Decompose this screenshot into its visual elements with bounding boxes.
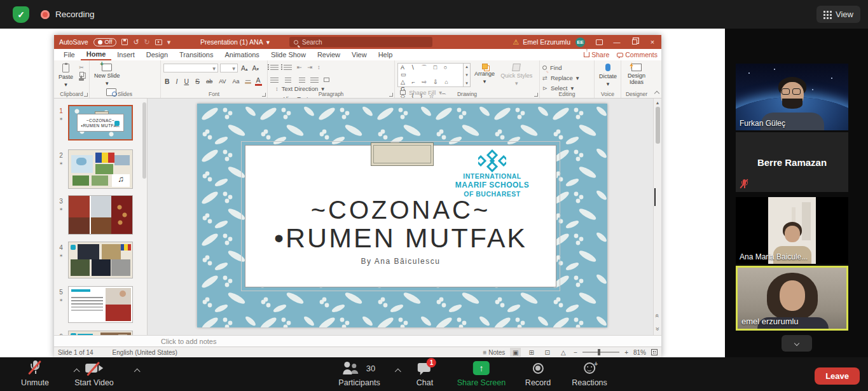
fit-to-window-icon[interactable] (651, 349, 658, 355)
slide-scrollbar[interactable]: ▴ « « (653, 99, 661, 335)
next-slide-button[interactable]: « (654, 327, 661, 331)
ppt-titlebar[interactable]: AutoSave Off ↺ ↻ ▾ Presentation (1) ANA … (54, 35, 661, 49)
leave-button[interactable]: Leave (815, 367, 860, 385)
start-presentation-icon[interactable] (155, 39, 162, 45)
character-spacing-button[interactable]: AV (217, 78, 227, 85)
slide-title-line1[interactable]: ~COZONAC~ (245, 196, 556, 223)
replace-button[interactable]: ⇄Replace▾ (542, 74, 591, 82)
increase-indent-button[interactable]: ⇥ (307, 64, 312, 71)
account-avatar[interactable]: EE (575, 38, 585, 47)
tab-animations[interactable]: Animations (219, 49, 265, 60)
previous-slide-button[interactable]: « (654, 314, 661, 318)
slide-byline[interactable]: By Ana Băiculescu (245, 257, 556, 266)
paste-button[interactable]: Paste▾ (57, 63, 75, 89)
reactions-button[interactable]: + Reactions (572, 360, 607, 387)
align-center-button[interactable] (284, 77, 292, 83)
numbering-button[interactable] (284, 64, 292, 71)
panel-splitter[interactable] (654, 188, 656, 206)
collapse-ribbon-button[interactable] (652, 60, 661, 98)
italic-button[interactable]: I (175, 78, 179, 85)
line-spacing-button[interactable]: ↕ (317, 64, 320, 71)
paragraph-dialog-launcher[interactable] (389, 93, 393, 97)
slide-thumbnail[interactable] (68, 242, 133, 278)
highlight-color-button[interactable] (245, 82, 251, 84)
ribbon-display-options-button[interactable] (590, 35, 608, 49)
tab-home[interactable]: Home (81, 49, 112, 60)
slide-thumbnail[interactable]: ~Tarif~ (68, 331, 133, 335)
quick-styles-button[interactable]: Quick Styles▾ (499, 63, 534, 88)
zoom-out-button[interactable]: − (574, 349, 577, 356)
font-name-select[interactable]: ▾ (163, 64, 218, 72)
strikethrough-button[interactable]: S (194, 78, 201, 85)
slide-thumbnail[interactable]: ~COZONAC~ •RUMEN MUTFAK (68, 105, 133, 141)
slide-thumbnail[interactable] (68, 195, 133, 235)
collapse-videos-button[interactable] (782, 335, 812, 352)
title-card[interactable]: INTERNATIONAL MAARIF SCHOOLS OF BUCHARES… (245, 145, 556, 287)
view-button[interactable]: View (816, 6, 860, 23)
format-painter-icon[interactable] (79, 78, 84, 81)
start-video-button[interactable]: Start Video (74, 360, 114, 387)
slideshow-view-button[interactable]: △ (558, 348, 568, 357)
tab-insert[interactable]: Insert (111, 49, 141, 60)
search-box[interactable] (289, 37, 432, 47)
thumbnails-scrollbar[interactable] (142, 102, 146, 179)
tab-transitions[interactable]: Transitions (174, 49, 219, 60)
slide-thumbnail[interactable] (68, 286, 133, 323)
text-shadow-button[interactable]: ab (205, 78, 214, 85)
current-slide[interactable]: INTERNATIONAL MAARIF SCHOOLS OF BUCHARES… (197, 104, 607, 327)
tab-design[interactable]: Design (141, 49, 174, 60)
normal-view-button[interactable]: ▣ (510, 348, 521, 357)
share-button[interactable]: Share (584, 51, 609, 58)
align-right-button[interactable] (297, 77, 305, 83)
chat-button[interactable]: 1 Chat (417, 360, 433, 387)
unmute-button[interactable]: Unmute (21, 360, 49, 387)
video-tile-furkan[interactable]: Furkan Güleç (736, 64, 848, 130)
reading-view-button[interactable]: ⊡ (542, 348, 553, 357)
cut-icon[interactable]: ✂ (79, 64, 84, 71)
decrease-indent-button[interactable]: ⇤ (297, 64, 302, 71)
video-tile-ana[interactable]: Ana Maria Baicule... (736, 197, 848, 264)
restore-button[interactable] (626, 35, 644, 49)
font-dialog-launcher[interactable] (262, 93, 266, 97)
zoom-slider[interactable] (582, 352, 619, 353)
grow-font-button[interactable]: A▴ (240, 64, 249, 72)
align-left-button[interactable] (270, 77, 279, 83)
close-button[interactable]: × (644, 35, 661, 49)
notes-toggle-button[interactable]: ≡ Notes (483, 349, 506, 356)
slide-title-line2[interactable]: •RUMEN MUTFAK (245, 223, 556, 253)
video-tile-emel-active-speaker[interactable]: emel erzurumlu (736, 266, 848, 331)
shapes-gallery-scroll[interactable]: ▴ ▾ ▾ (464, 63, 471, 87)
shapes-gallery[interactable]: A ∖ ⌒ □ ○ ▭ △ ⌐ ⇨ ⇩ ⌂ G ◇ { } ☆ ⌒ (397, 63, 464, 87)
qat-customize-icon[interactable]: ▾ (167, 39, 171, 46)
tab-view[interactable]: View (346, 49, 373, 60)
columns-button[interactable] (324, 78, 329, 82)
justify-button[interactable] (310, 77, 319, 83)
tab-file[interactable]: File (58, 49, 81, 60)
scrollbar-thumb[interactable] (656, 107, 660, 144)
tab-review[interactable]: Review (312, 49, 346, 60)
comments-button[interactable]: Comments (617, 51, 658, 58)
zoom-in-button[interactable]: + (624, 349, 628, 356)
change-case-button[interactable]: Aa (231, 78, 240, 85)
share-screen-button[interactable]: ↑ Share Screen (457, 360, 506, 387)
scroll-up-icon[interactable]: ▴ (656, 100, 659, 106)
search-input[interactable] (302, 39, 397, 46)
participants-button[interactable]: 30 Participants (338, 360, 380, 387)
redo-icon[interactable]: ↻ (144, 39, 150, 46)
slide-thumbnail[interactable]: ♫ (68, 149, 133, 189)
notes-area[interactable]: Click to add notes (54, 335, 661, 346)
design-ideas-button[interactable]: Design Ideas (624, 63, 649, 86)
arrange-button[interactable]: Arrange▾ (472, 63, 497, 86)
tab-slide-show[interactable]: Slide Show (265, 49, 312, 60)
zoom-percentage[interactable]: 81% (633, 349, 646, 356)
tab-help[interactable]: Help (373, 49, 399, 60)
minimize-button[interactable]: — (608, 35, 626, 49)
drawing-dialog-launcher[interactable] (534, 93, 538, 97)
participants-options-caret[interactable] (395, 369, 401, 375)
new-slide-button[interactable]: New Slide▾ (92, 63, 122, 88)
autosave-toggle[interactable]: Off (93, 38, 117, 46)
bullets-button[interactable] (270, 64, 279, 71)
underline-button[interactable]: U (183, 78, 191, 85)
font-color-button[interactable]: A (255, 77, 262, 86)
find-button[interactable]: Find (542, 64, 591, 72)
